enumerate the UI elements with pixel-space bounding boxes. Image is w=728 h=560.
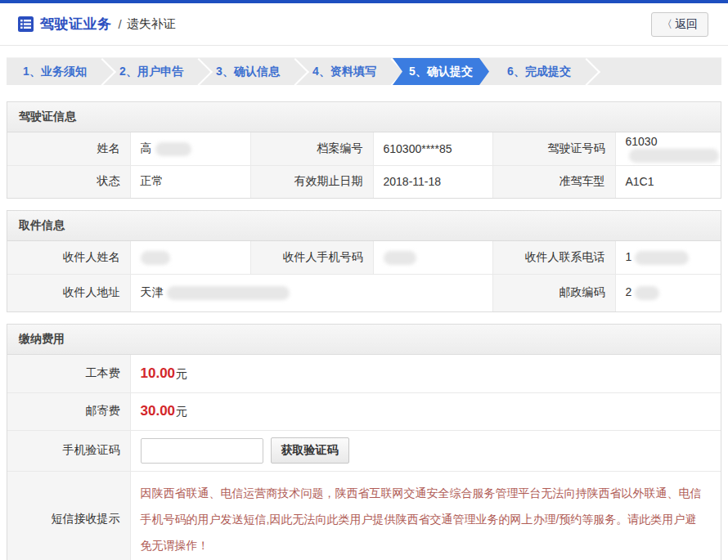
step-5-confirm-submit-active[interactable]: 5、确认提交	[393, 58, 489, 85]
field-label-captcha: 手机验证码	[7, 430, 130, 471]
step-2-user-declaration[interactable]: 2、用户申告	[103, 58, 200, 85]
captcha-input[interactable]	[141, 438, 263, 464]
back-button[interactable]: 〈 返回	[651, 12, 708, 37]
field-value-recipient-phone: 1	[615, 241, 721, 274]
page-header: 驾驶证业务 / 遗失补证 〈 返回	[0, 3, 728, 46]
redacted-value	[141, 251, 170, 265]
field-value-recipient-mobile	[373, 241, 492, 274]
field-label-recipient-mobile: 收件人手机号码	[250, 241, 373, 274]
mail-fee-unit: 元	[176, 405, 187, 418]
field-label-vehicle-class: 准驾车型	[492, 165, 615, 198]
table-row: 手机验证码 获取验证码	[7, 430, 721, 471]
redacted-value	[635, 251, 689, 265]
redacted-value	[167, 286, 290, 300]
field-value-name: 高	[130, 132, 250, 165]
list-icon	[18, 16, 34, 32]
field-value-vehicle-class: A1C1	[615, 165, 721, 198]
field-value-postal-code: 2	[615, 274, 721, 311]
field-label-file-no: 档案编号	[250, 132, 373, 165]
step-3-confirm-info[interactable]: 3、确认信息	[200, 58, 296, 85]
section-title-license: 驾驶证信息	[7, 102, 721, 132]
field-label-sms-tip: 短信接收提示	[7, 471, 130, 560]
redacted-value	[384, 251, 416, 265]
stepbar-wrap: 1、业务须知 2、用户申告 3、确认信息 4、资料填写 5、确认提交 6、完成提…	[0, 46, 728, 85]
field-value-recipient-name	[130, 241, 250, 274]
breadcrumb-current: 遗失补证	[127, 16, 176, 32]
field-label-mail-fee: 邮寄费	[7, 392, 130, 430]
table-row: 状态 正常 有效期止日期 2018-11-18 准驾车型 A1C1	[7, 165, 721, 198]
redacted-value	[635, 286, 659, 300]
field-label-name: 姓名	[7, 132, 130, 165]
field-value-valid-until: 2018-11-18	[373, 165, 492, 198]
section-title-pickup: 取件信息	[7, 211, 721, 241]
table-row: 姓名 高 档案编号 610300****85 驾驶证号码 61030	[7, 132, 721, 165]
breadcrumb-separator: /	[119, 17, 122, 31]
section-title-fees: 缴纳费用	[7, 325, 721, 355]
production-fee-amount: 10.00	[141, 365, 176, 381]
field-value-sms-tip: 因陕西省联通、电信运营商技术问题，陕西省互联网交通安全综合服务管理平台无法向持陕…	[130, 471, 721, 560]
license-info-table: 姓名 高 档案编号 610300****85 驾驶证号码 61030 状态 正常…	[7, 132, 721, 198]
field-value-license-no: 61030	[615, 132, 721, 165]
table-row: 短信接收提示 因陕西省联通、电信运营商技术问题，陕西省互联网交通安全综合服务管理…	[7, 471, 721, 560]
redacted-value	[629, 149, 719, 163]
fees-table: 工本费 10.00元 邮寄费 30.00元 手机验证码	[7, 355, 721, 560]
step-4-fill-materials[interactable]: 4、资料填写	[296, 58, 393, 85]
field-label-license-no: 驾驶证号码	[492, 132, 615, 165]
get-captcha-button[interactable]: 获取验证码	[271, 437, 349, 464]
field-label-recipient-address: 收件人地址	[7, 274, 130, 311]
field-value-status: 正常	[130, 165, 250, 198]
pickup-info-table: 收件人姓名 收件人手机号码 收件人联系电话 1 收件人地址 天津 邮政编码 2	[7, 241, 721, 311]
field-value-file-no: 610300****85	[373, 132, 492, 165]
main-content: 驾驶证信息 姓名 高 档案编号 610300****85 驾驶证号码 61030…	[0, 85, 728, 560]
table-row: 工本费 10.00元	[7, 355, 721, 392]
table-row: 邮寄费 30.00元	[7, 392, 721, 430]
section-fees: 缴纳费用 工本费 10.00元 邮寄费 30.00元 手机验证码	[7, 324, 721, 560]
field-label-production-fee: 工本费	[7, 355, 130, 392]
page-title: 驾驶证业务	[40, 15, 112, 34]
sms-tip-text: 因陕西省联通、电信运营商技术问题，陕西省互联网交通安全综合服务管理平台无法向持陕…	[141, 472, 721, 560]
production-fee-unit: 元	[176, 367, 187, 380]
chevron-left-icon: 〈	[662, 17, 672, 32]
field-value-recipient-address: 天津	[130, 274, 492, 311]
field-value-captcha: 获取验证码	[130, 430, 721, 471]
field-label-status: 状态	[7, 165, 130, 198]
field-label-valid-until: 有效期止日期	[250, 165, 373, 198]
field-label-recipient-phone: 收件人联系电话	[492, 241, 615, 274]
field-value-production-fee: 10.00元	[130, 355, 721, 392]
table-row: 收件人地址 天津 邮政编码 2	[7, 274, 721, 311]
back-button-label: 返回	[675, 17, 698, 32]
redacted-value	[155, 142, 191, 156]
step-6-complete-submit[interactable]: 6、完成提交	[491, 58, 587, 85]
table-row: 收件人姓名 收件人手机号码 收件人联系电话 1	[7, 241, 721, 274]
section-pickup-info: 取件信息 收件人姓名 收件人手机号码 收件人联系电话 1 收件人地址 天津 邮政…	[7, 210, 721, 312]
field-label-postal-code: 邮政编码	[492, 274, 615, 311]
page: 驾驶证业务 / 遗失补证 〈 返回 1、业务须知 2、用户申告 3、确认信息 4…	[0, 0, 728, 560]
step-1-business-notice[interactable]: 1、业务须知	[7, 58, 103, 85]
mail-fee-amount: 30.00	[141, 403, 176, 419]
field-label-recipient-name: 收件人姓名	[7, 241, 130, 274]
step-navigation: 1、业务须知 2、用户申告 3、确认信息 4、资料填写 5、确认提交 6、完成提…	[7, 57, 721, 85]
field-value-mail-fee: 30.00元	[130, 392, 721, 430]
section-license-info: 驾驶证信息 姓名 高 档案编号 610300****85 驾驶证号码 61030…	[7, 101, 721, 199]
